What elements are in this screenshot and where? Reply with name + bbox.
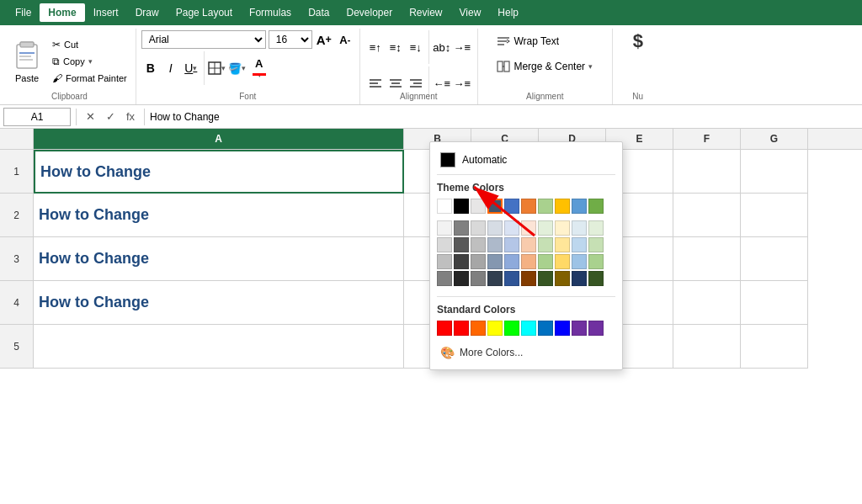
cell-a4[interactable]: How to Change <box>34 281 404 325</box>
increase-indent-button[interactable]: →≡ <box>453 74 471 93</box>
shade-color-swatch[interactable] <box>504 237 519 252</box>
copy-button[interactable]: ⧉ Copy ▾ <box>49 54 130 69</box>
menu-file[interactable]: File <box>7 3 40 22</box>
align-left-button[interactable] <box>366 74 385 93</box>
shade-color-swatch[interactable] <box>471 237 486 252</box>
shade-color-swatch[interactable] <box>521 254 536 269</box>
decrease-indent-button[interactable]: ←≡ <box>433 74 451 93</box>
col-header-f[interactable]: F <box>673 129 741 149</box>
col-header-a[interactable]: A <box>34 129 404 149</box>
shade-color-swatch[interactable] <box>521 220 536 236</box>
font-shrink-button[interactable]: A- <box>336 30 354 49</box>
shade-color-swatch[interactable] <box>555 220 570 236</box>
menu-review[interactable]: Review <box>401 3 450 22</box>
shade-color-swatch[interactable] <box>555 254 570 269</box>
shade-color-swatch[interactable] <box>521 237 536 252</box>
shade-color-swatch[interactable] <box>588 271 604 286</box>
cell-g5[interactable] <box>741 325 808 369</box>
menu-page-layout[interactable]: Page Layout <box>168 3 241 22</box>
cell-a3[interactable]: How to Change <box>34 237 404 281</box>
corner-cell[interactable] <box>0 129 34 149</box>
theme-color-swatch[interactable] <box>487 199 503 214</box>
align-bottom-button[interactable]: ≡↓ <box>407 38 425 56</box>
align-center-button[interactable] <box>386 74 405 93</box>
cancel-formula-icon[interactable]: ✕ <box>82 109 98 125</box>
shade-color-swatch[interactable] <box>471 254 486 269</box>
confirm-formula-icon[interactable]: ✓ <box>102 109 119 125</box>
cell-g2[interactable] <box>741 194 808 237</box>
automatic-color-option[interactable]: Automatic <box>437 149 615 175</box>
cell-g4[interactable] <box>741 281 808 325</box>
shade-color-swatch[interactable] <box>471 220 486 236</box>
theme-color-swatch[interactable] <box>538 199 553 214</box>
theme-color-swatch[interactable] <box>471 199 486 214</box>
theme-color-swatch[interactable] <box>454 199 469 214</box>
theme-color-swatch[interactable] <box>504 199 519 214</box>
shade-color-swatch[interactable] <box>487 220 503 236</box>
standard-color-swatch[interactable] <box>521 321 536 336</box>
merge-center-button[interactable]: Merge & Center ▾ <box>492 56 598 77</box>
shade-color-swatch[interactable] <box>504 271 519 286</box>
cell-g3[interactable] <box>741 237 808 281</box>
cell-reference-box[interactable] <box>3 108 71 126</box>
theme-color-swatch[interactable] <box>588 199 604 214</box>
cell-a1[interactable]: How to Change <box>34 150 404 194</box>
shade-color-swatch[interactable] <box>454 237 469 252</box>
standard-color-swatch[interactable] <box>588 321 604 336</box>
shade-color-swatch[interactable] <box>572 254 587 269</box>
shade-color-swatch[interactable] <box>437 220 452 236</box>
shade-color-swatch[interactable] <box>504 254 519 269</box>
format-painter-button[interactable]: 🖌 Format Painter <box>49 71 130 86</box>
bold-button[interactable]: B <box>141 59 160 77</box>
menu-formulas[interactable]: Formulas <box>241 3 300 22</box>
shade-color-swatch[interactable] <box>454 254 469 269</box>
shade-color-swatch[interactable] <box>538 254 553 269</box>
font-family-select[interactable]: Arial <box>141 30 266 49</box>
wrap-text-button[interactable]: Wrap Text <box>492 30 564 52</box>
shade-color-swatch[interactable] <box>437 254 452 269</box>
border-button[interactable]: ▾ <box>208 59 226 77</box>
shade-color-swatch[interactable] <box>588 220 604 236</box>
align-middle-button[interactable]: ≡↕ <box>386 38 405 56</box>
row-num-1[interactable]: 1 <box>0 150 34 194</box>
standard-color-swatch[interactable] <box>555 321 570 336</box>
shade-color-swatch[interactable] <box>521 271 536 286</box>
shade-color-swatch[interactable] <box>572 220 587 236</box>
standard-color-swatch[interactable] <box>504 321 519 336</box>
shade-color-swatch[interactable] <box>572 271 587 286</box>
shade-color-swatch[interactable] <box>538 220 553 236</box>
menu-home[interactable]: Home <box>40 3 84 22</box>
cell-f5[interactable] <box>673 325 741 369</box>
col-header-g[interactable]: G <box>741 129 808 149</box>
cell-f3[interactable] <box>673 237 741 281</box>
menu-view[interactable]: View <box>451 3 490 22</box>
shade-color-swatch[interactable] <box>437 271 452 286</box>
shade-color-swatch[interactable] <box>588 254 604 269</box>
align-right-button[interactable] <box>407 74 425 93</box>
font-grow-button[interactable]: A+ <box>315 30 333 49</box>
indent-increase-button[interactable]: →≡ <box>453 38 471 56</box>
shade-color-swatch[interactable] <box>504 220 519 236</box>
shade-color-swatch[interactable] <box>555 271 570 286</box>
cell-a5[interactable] <box>34 325 404 369</box>
shade-color-swatch[interactable] <box>471 271 486 286</box>
formula-input[interactable] <box>150 111 859 123</box>
fill-color-button[interactable]: 🪣 ▾ <box>228 59 247 77</box>
insert-function-icon[interactable]: fx <box>122 109 139 125</box>
shade-color-swatch[interactable] <box>487 237 503 252</box>
row-num-4[interactable]: 4 <box>0 281 34 325</box>
cell-a2[interactable]: How to Change <box>34 194 404 237</box>
theme-color-swatch[interactable] <box>521 199 536 214</box>
italic-button[interactable]: I <box>162 59 180 77</box>
text-direction-button[interactable]: ab↕ <box>433 38 451 56</box>
shade-color-swatch[interactable] <box>487 271 503 286</box>
more-colors-button[interactable]: 🎨 More Colors... <box>437 342 615 363</box>
cell-f4[interactable] <box>673 281 741 325</box>
standard-color-swatch[interactable] <box>538 321 553 336</box>
cell-f2[interactable] <box>673 194 741 237</box>
menu-insert[interactable]: Insert <box>85 3 127 22</box>
font-size-select[interactable]: 16 <box>269 30 312 49</box>
paste-button[interactable]: Paste <box>8 38 45 85</box>
standard-color-swatch[interactable] <box>454 321 469 336</box>
theme-color-swatch[interactable] <box>555 199 570 214</box>
